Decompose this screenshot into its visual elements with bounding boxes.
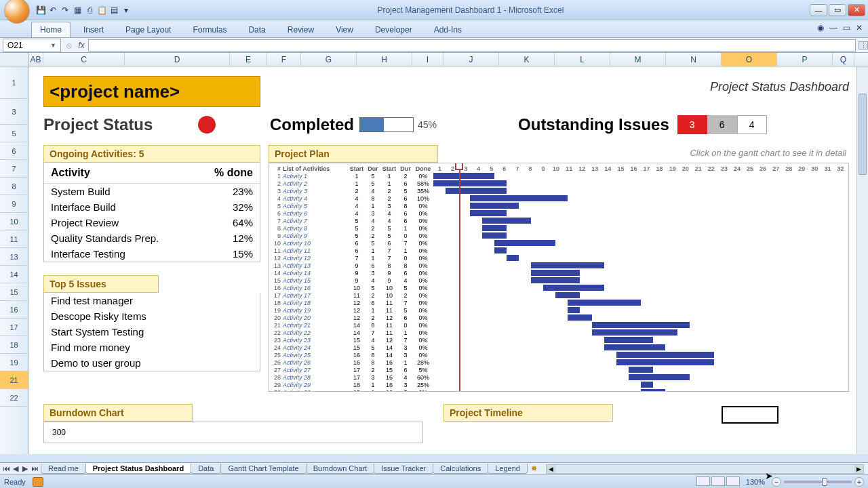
- row-header-9[interactable]: 9: [0, 195, 28, 213]
- sheet-tab-calculations[interactable]: Calculations: [433, 464, 488, 474]
- sheet-tab-read-me[interactable]: Read me: [41, 464, 86, 474]
- vscroll-thumb[interactable]: [859, 94, 867, 175]
- view-normal-icon[interactable]: [696, 476, 710, 486]
- row-header-22[interactable]: 22: [0, 389, 28, 407]
- help-icon[interactable]: ◉: [817, 23, 824, 33]
- issue-row: Demo to user group: [44, 355, 260, 371]
- col-header-H[interactable]: H: [357, 53, 412, 66]
- row-header-1[interactable]: 1: [0, 66, 28, 99]
- col-header-I[interactable]: I: [412, 53, 443, 66]
- qat5-icon[interactable]: ▦: [72, 5, 83, 16]
- qat8-icon[interactable]: ▤: [108, 5, 119, 16]
- sheet-last-icon[interactable]: ⏭: [30, 464, 39, 473]
- col-header-M[interactable]: M: [610, 53, 666, 66]
- col-header-C[interactable]: C: [43, 53, 125, 66]
- sheet-tab-gantt-chart-template[interactable]: Gantt Chart Template: [220, 464, 306, 474]
- row-header-13[interactable]: 13: [0, 248, 28, 266]
- sheet-canvas[interactable]: <project name> Project Status Dashboard …: [28, 66, 868, 454]
- zoom-in-button[interactable]: +: [854, 477, 864, 487]
- minimize-button[interactable]: —: [810, 4, 827, 16]
- row-header-14[interactable]: 14: [0, 266, 28, 283]
- col-header-P[interactable]: P: [777, 53, 833, 66]
- sheet-tab-issue-tracker[interactable]: Issue Tracker: [374, 464, 433, 474]
- col-header-N[interactable]: N: [666, 53, 722, 66]
- row-header-11[interactable]: 11: [0, 230, 28, 248]
- row-header-7[interactable]: 7: [0, 160, 28, 178]
- col-header-D[interactable]: D: [125, 53, 230, 66]
- zoom-percent[interactable]: 130%: [746, 478, 765, 486]
- ribbon-tab-insert[interactable]: Insert: [75, 22, 113, 37]
- formula-expand-icon[interactable]: ⋮: [859, 41, 868, 49]
- selected-cell[interactable]: [722, 406, 778, 424]
- qat6-icon[interactable]: ⎙: [84, 5, 95, 16]
- row-header-18[interactable]: 18: [0, 336, 28, 354]
- macro-record-icon[interactable]: [33, 477, 43, 487]
- row-header-21[interactable]: 21: [0, 371, 28, 389]
- row-header-5[interactable]: 5: [0, 125, 28, 142]
- project-name-cell[interactable]: <project name>: [43, 76, 260, 107]
- vertical-scrollbar[interactable]: [856, 66, 868, 454]
- ribbon-min-icon[interactable]: —: [829, 23, 837, 33]
- fx-cancel-icon[interactable]: ⦸: [64, 41, 75, 50]
- save-icon[interactable]: 💾: [35, 5, 46, 16]
- row-header-19[interactable]: 19: [0, 354, 28, 371]
- ribbon-tab-home[interactable]: Home: [31, 22, 71, 37]
- sheet-next-icon[interactable]: ▶: [20, 464, 30, 473]
- ribbon-restore-icon[interactable]: ▭: [843, 23, 850, 33]
- row-header-16[interactable]: 16: [0, 301, 28, 319]
- maximize-button[interactable]: ▭: [829, 4, 846, 16]
- sheet-tab-legend[interactable]: Legend: [488, 464, 528, 474]
- ribbon-tab-review[interactable]: Review: [279, 22, 323, 37]
- ribbon-tab-data[interactable]: Data: [239, 22, 274, 37]
- col-header-F[interactable]: F: [267, 53, 301, 66]
- row-header-10[interactable]: 10: [0, 213, 28, 230]
- select-all-corner[interactable]: [0, 53, 28, 66]
- name-box-dropdown-icon[interactable]: ▼: [50, 42, 56, 49]
- row-header-6[interactable]: 6: [0, 142, 28, 160]
- col-header-G[interactable]: G: [301, 53, 357, 66]
- qat-more-icon[interactable]: ▾: [121, 5, 132, 16]
- col-header-E[interactable]: E: [230, 53, 267, 66]
- sheet-tab-data[interactable]: Data: [191, 464, 221, 474]
- redo-icon[interactable]: ↷: [60, 5, 71, 16]
- view-layout-icon[interactable]: [711, 476, 725, 486]
- zoom-slider[interactable]: [784, 481, 852, 483]
- ribbon-tab-page-layout[interactable]: Page Layout: [117, 22, 180, 37]
- row-header-15[interactable]: 15: [0, 283, 28, 301]
- sheet-prev-icon[interactable]: ◀: [11, 464, 20, 473]
- row-header-17[interactable]: 17: [0, 319, 28, 336]
- row-header-3[interactable]: 3: [0, 99, 28, 125]
- ribbon-tab-developer[interactable]: Developer: [366, 22, 421, 37]
- qat7-icon[interactable]: 📋: [96, 5, 107, 16]
- ribbon-close-icon[interactable]: ✕: [856, 23, 863, 33]
- zoom-out-button[interactable]: −: [772, 477, 781, 487]
- col-header-AB[interactable]: AB: [28, 53, 43, 66]
- name-box[interactable]: O21 ▼: [3, 39, 61, 52]
- zoom-thumb[interactable]: [822, 478, 827, 486]
- col-header-O[interactable]: O: [722, 53, 777, 66]
- hscroll-left-icon[interactable]: ◀: [547, 465, 556, 473]
- ribbon-tab-formulas[interactable]: Formulas: [184, 22, 235, 37]
- sheet-first-icon[interactable]: ⏮: [1, 464, 11, 473]
- col-header-K[interactable]: K: [499, 53, 555, 66]
- col-header-Q[interactable]: Q: [833, 53, 854, 66]
- formula-input[interactable]: [88, 39, 856, 52]
- row-header-8[interactable]: 8: [0, 178, 28, 195]
- fx-label[interactable]: fx: [75, 41, 88, 50]
- col-header-L[interactable]: L: [555, 53, 610, 66]
- close-button[interactable]: ✕: [848, 4, 865, 16]
- col-header-J[interactable]: J: [443, 53, 499, 66]
- horizontal-scrollbar[interactable]: ◀ ▶: [546, 464, 864, 474]
- hscroll-right-icon[interactable]: ▶: [854, 465, 863, 473]
- gantt-row: 27Activity 271721565%: [271, 366, 847, 373]
- gantt-chart[interactable]: # List of Activities Start Dur Start Dur…: [269, 163, 849, 392]
- status-indicator-icon: [198, 116, 216, 134]
- undo-icon[interactable]: ↶: [47, 5, 58, 16]
- insert-sheet-icon[interactable]: ✸: [527, 464, 542, 473]
- ribbon-tab-view[interactable]: View: [327, 22, 362, 37]
- office-button[interactable]: [4, 0, 30, 24]
- sheet-tab-project-status-dashboard[interactable]: Project Status Dashboard: [85, 464, 191, 474]
- view-pagebreak-icon[interactable]: [726, 476, 740, 486]
- ribbon-tab-add-ins[interactable]: Add-Ins: [425, 22, 471, 37]
- sheet-tab-burndown-chart[interactable]: Burndown Chart: [306, 464, 375, 474]
